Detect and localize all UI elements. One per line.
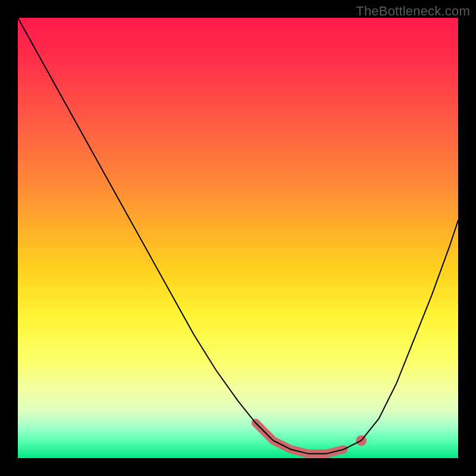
plot-area <box>18 18 458 458</box>
chart-frame: TheBottleneck.com <box>0 0 476 476</box>
watermark-text: TheBottleneck.com <box>356 4 470 19</box>
curve-svg <box>18 18 458 458</box>
bottleneck-curve-path <box>18 18 458 454</box>
emphasis-minimum-region <box>256 423 344 454</box>
